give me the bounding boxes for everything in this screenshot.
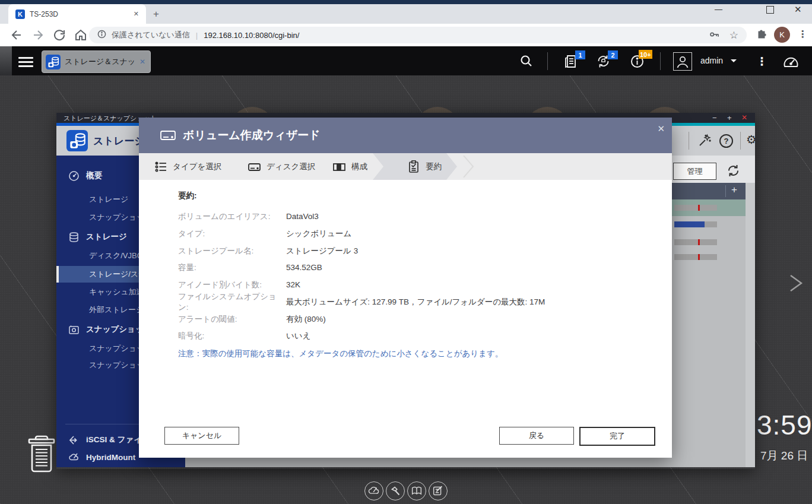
notifications-badge: 2 <box>608 50 618 59</box>
admin-user-label[interactable]: admin <box>700 56 723 65</box>
home-icon[interactable] <box>74 28 88 45</box>
browser-profile-avatar[interactable]: K <box>774 27 790 43</box>
summary-row: ファイルシステムオプション:最大ボリュームサイズ: 127.99 TB，ファイル… <box>178 293 653 310</box>
wizard-title: ボリューム作成ウィザード <box>183 128 321 143</box>
finish-button[interactable]: 完了 <box>579 427 655 446</box>
toolbar-divider <box>740 132 741 150</box>
recycle-bin-icon[interactable] <box>26 432 58 476</box>
window-close-icon[interactable]: ✕ <box>741 113 747 122</box>
password-key-icon[interactable] <box>708 28 720 42</box>
dock-myqnapcloud-icon[interactable] <box>364 481 383 500</box>
sidebar-label: ストレージ <box>86 232 127 242</box>
qts-corner-panel <box>0 46 12 75</box>
back-icon[interactable] <box>9 28 24 45</box>
summary-label: ボリュームのエイリアス: <box>178 211 286 222</box>
summary-label: 暗号化: <box>178 331 286 341</box>
new-tab-button[interactable]: + <box>153 8 159 20</box>
tasks-badge: 1 <box>575 50 585 59</box>
resource-monitor-gauge-icon[interactable] <box>782 53 800 72</box>
qts-app-tab[interactable]: ストレージ＆スナッ... ✕ <box>42 50 151 73</box>
summary-value: いいえ <box>286 331 310 341</box>
storage-app-icon <box>66 130 88 154</box>
summary-row: アラートの閾値:有効 (80%) <box>178 310 653 328</box>
browser-maximize-button[interactable] <box>766 6 774 14</box>
main-menu-icon[interactable] <box>18 55 33 69</box>
info-badge: 10+ <box>639 50 652 59</box>
window-maximize-icon[interactable]: + <box>727 113 732 122</box>
window-minimize-icon[interactable]: − <box>712 113 717 122</box>
step-label: 構成 <box>351 161 367 172</box>
qts-more-menu-icon[interactable]: ⋮ <box>756 55 767 68</box>
gauge-icon <box>68 170 80 182</box>
cancel-button[interactable]: キャンセル <box>164 427 239 445</box>
dock-feedback-icon[interactable] <box>429 481 448 500</box>
browser-minimize-button[interactable]: — <box>715 5 722 14</box>
summary-label: ファイルシステムオプション: <box>178 291 286 313</box>
qnap-favicon: K <box>15 9 25 19</box>
qts-search-icon[interactable] <box>519 53 534 71</box>
summary-value: 534.52GB <box>286 263 322 272</box>
browser-menu-icon[interactable]: ⋮ <box>798 28 807 40</box>
tab-close-icon[interactable]: ✕ <box>134 10 139 18</box>
desktop-date: 7月 26 日 <box>760 448 808 464</box>
manage-button[interactable]: 管理 <box>673 163 716 180</box>
qts-app-tab-label: ストレージ＆スナッ... <box>65 56 135 67</box>
wizard-wand-icon[interactable] <box>697 134 712 150</box>
dock-documentation-icon[interactable] <box>407 481 426 500</box>
browser-window-frame <box>0 0 812 4</box>
address-bar[interactable]: 保護されていない通信 | 192.168.10.10:8080/cgi-bin/… <box>89 27 747 43</box>
back-button[interactable]: 戻る <box>499 427 574 445</box>
summary-value: 32K <box>286 280 300 289</box>
browser-close-button[interactable]: ✕ <box>794 4 802 15</box>
usage-bar <box>674 221 717 227</box>
iscsi-icon <box>68 435 80 446</box>
summary-value: 最大ボリュームサイズ: 127.99 TB，ファイル/フォルダーの最大数: 17… <box>286 297 545 308</box>
step-select-disks: ディスク選択 <box>248 153 315 180</box>
sidebar-label: 外部ストレージ <box>89 305 144 315</box>
summary-value: 有効 (80%) <box>286 314 326 325</box>
toolbar-divider <box>689 132 689 150</box>
app-header-title: ストレージ <box>93 134 145 148</box>
wizard-header: ボリューム作成ウィザード ✕ <box>139 118 672 153</box>
admin-caret-icon[interactable] <box>731 59 737 62</box>
wizard-step-bar: タイプを選択 ディスク選択 構成 要約 <box>139 153 672 180</box>
sidebar-label: 概要 <box>86 170 102 181</box>
step-label: ディスク選択 <box>267 161 315 172</box>
step-configure: 構成 <box>332 153 367 180</box>
add-volume-button[interactable]: + <box>731 184 737 196</box>
next-screen-chevron-icon[interactable] <box>788 274 804 295</box>
summary-row: ボリュームのエイリアス:DataVol3 <box>178 208 653 225</box>
url-text: 192.168.10.10:8080/cgi-bin/ <box>204 31 299 40</box>
extensions-puzzle-icon[interactable] <box>755 28 768 44</box>
help-icon[interactable]: ? <box>719 134 733 148</box>
summary-value: ストレージプール 3 <box>286 246 358 256</box>
summary-label: アイノード別バイト数: <box>178 280 286 290</box>
screen: K TS-253D ✕ + — ✕ 保護されていない通信 | 192.168.1… <box>0 0 812 504</box>
wizard-close-icon[interactable]: ✕ <box>657 123 665 134</box>
select-type-icon <box>154 160 167 173</box>
user-avatar-icon[interactable] <box>673 52 692 71</box>
reload-icon[interactable] <box>52 28 66 45</box>
browser-tab[interactable]: K TS-253D ✕ <box>8 4 146 24</box>
refresh-icon[interactable] <box>725 163 741 181</box>
wizard-note: 注意：実際の使用可能な容量は、メタデータの保管のために小さくなることがあります。 <box>178 348 503 359</box>
step-summary-active: 要約 <box>407 153 442 180</box>
forward-icon[interactable] <box>31 28 45 45</box>
page-info-icon[interactable] <box>97 30 106 40</box>
volume-drive-icon <box>159 128 177 143</box>
step-label: 要約 <box>426 161 442 172</box>
summary-row: 容量:534.52GB <box>178 259 653 276</box>
qts-app-tab-close-icon[interactable]: ✕ <box>139 58 145 66</box>
dock-utilities-icon[interactable] <box>386 481 405 500</box>
step-select-type: タイプを選択 <box>154 153 221 180</box>
bookmark-star-icon[interactable]: ☆ <box>729 29 738 42</box>
tab-title: TS-253D <box>30 10 134 18</box>
select-disks-icon <box>248 160 261 173</box>
qts-divider <box>547 52 548 70</box>
scrollbar-gutter[interactable] <box>746 183 755 467</box>
usage-bar <box>674 239 717 245</box>
summary-label: 容量: <box>178 262 286 273</box>
settings-gear-icon[interactable]: ⚙ <box>746 132 757 147</box>
summary-row: タイプ:シックボリューム <box>178 225 653 242</box>
database-icon <box>68 232 80 243</box>
